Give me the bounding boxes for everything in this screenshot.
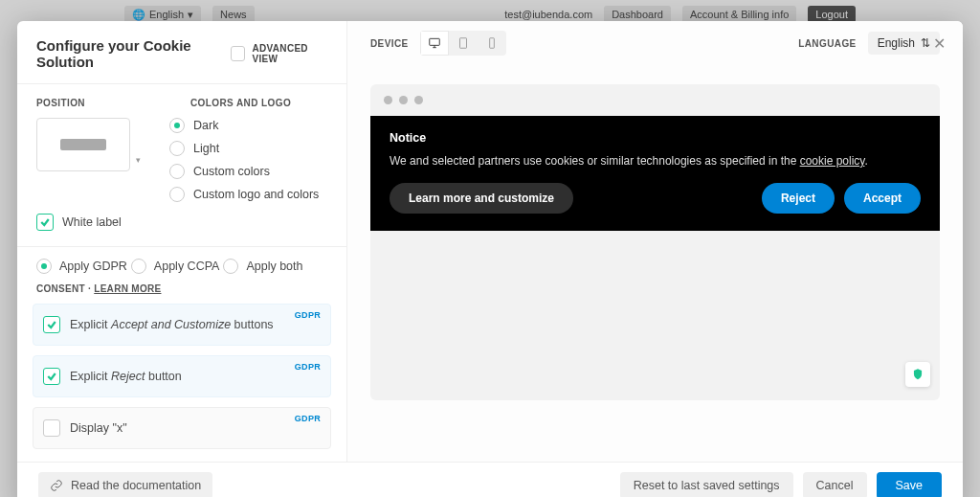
page-title: Configure your Cookie Solution [36,37,231,70]
svg-rect-3 [459,38,466,49]
preview-browser: Notice We and selected partners use cook… [370,84,940,400]
banner-text: We and selected partners use cookies or … [390,154,921,168]
option-explicit-reject[interactable]: Explicit Reject button GDPR [33,355,331,397]
position-selector[interactable] [36,118,130,171]
advanced-view-label: ADVANCED VIEW [253,43,327,64]
advanced-view-checkbox[interactable] [231,46,244,61]
bg-email: test@iubenda.com [504,9,592,20]
read-documentation-button[interactable]: Read the documentation [38,472,212,497]
accept-button[interactable]: Accept [844,183,921,214]
option-display-x[interactable]: Display "x" GDPR [33,407,331,449]
settings-panel: Configure your Cookie Solution ADVANCED … [17,21,347,462]
sort-icon: ⇅ [921,36,930,50]
device-desktop[interactable] [420,31,449,56]
footer-bar: Read the documentation Reset to last sav… [17,462,963,497]
color-option-light[interactable]: Light [169,141,319,156]
advanced-view-toggle[interactable]: ADVANCED VIEW [231,43,327,64]
white-label-toggle[interactable]: White label [17,214,346,242]
learn-more-link[interactable]: LEARN MORE [94,283,161,294]
close-button[interactable]: ✕ [933,34,946,53]
svg-rect-4 [489,38,494,49]
cookie-banner-preview: Notice We and selected partners use cook… [370,116,940,231]
law-gdpr[interactable]: Apply GDPR [36,259,127,274]
device-mobile[interactable] [478,31,506,56]
language-label: LANGUAGE [798,38,856,49]
privacy-badge[interactable] [905,362,930,387]
gdpr-tag: GDPR [295,310,321,320]
color-option-dark[interactable]: Dark [169,118,319,133]
cookie-policy-link[interactable]: cookie policy [800,154,865,168]
reject-button[interactable]: Reject [762,183,835,214]
mobile-icon [485,36,499,50]
save-button[interactable]: Save [877,472,943,497]
device-tablet[interactable] [449,31,478,56]
shield-icon [911,368,924,381]
gdpr-tag: GDPR [295,362,321,372]
color-option-custom-logo[interactable]: Custom logo and colors [169,187,319,202]
white-label-label: White label [62,215,122,229]
link-icon [50,479,63,492]
cancel-button[interactable]: Cancel [803,472,867,497]
window-dots [370,84,940,116]
color-option-custom[interactable]: Custom colors [169,164,319,179]
chevron-down-icon: ▾ [136,155,141,165]
option-explicit-accept[interactable]: Explicit Accept and Customize buttons GD… [33,304,331,346]
law-both[interactable]: Apply both [223,259,302,274]
preview-panel: DEVICE LANGUAGE [347,21,963,462]
svg-rect-0 [429,38,439,45]
desktop-icon [428,36,441,50]
heading-position: POSITION [36,98,85,108]
banner-title: Notice [390,131,921,145]
reset-button[interactable]: Reset to last saved settings [620,472,793,497]
language-selector[interactable]: English⇅ [868,32,940,55]
law-ccpa[interactable]: Apply CCPA [131,259,220,274]
heading-colors: COLORS AND LOGO [190,98,291,108]
configurator-modal: ✕ Configure your Cookie Solution ADVANCE… [17,21,963,497]
device-label: DEVICE [370,38,409,49]
gdpr-tag: GDPR [295,414,321,423]
learn-more-button[interactable]: Learn more and customize [390,183,573,214]
tablet-icon [457,36,470,50]
consent-heading: CONSENT · LEARN MORE [17,283,346,304]
